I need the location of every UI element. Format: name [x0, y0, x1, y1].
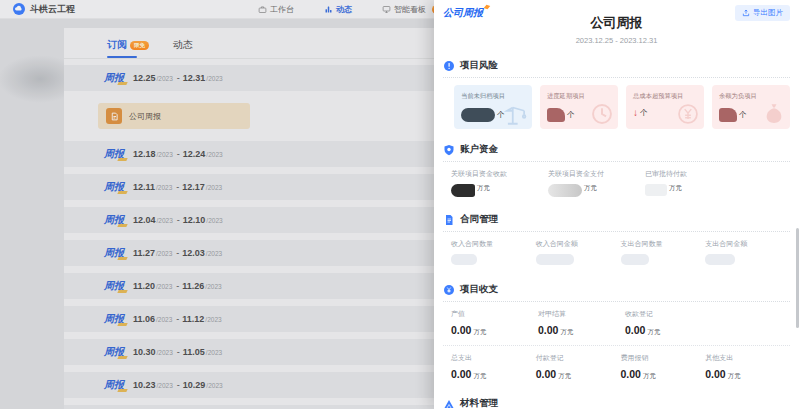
risk-alert-icon: [443, 60, 455, 72]
stat-label: 已审批待付款: [645, 169, 742, 179]
divider: [443, 231, 790, 232]
stat-unit: 万元: [584, 184, 597, 193]
company-weekly-card[interactable]: 公司周报: [98, 103, 250, 129]
weekly-report-stamp-icon: 周报: [104, 246, 124, 260]
risk-cards: 当前未归档项目 个 进度延期项目 个 总成本超预算项: [443, 85, 790, 129]
stat-expense-reimbursement: 费用报销 0.00万元: [621, 353, 706, 381]
weekly-report-stamp-icon: 周报: [104, 213, 124, 227]
date-start: 10.30: [133, 347, 156, 357]
date-end: 11.26: [182, 281, 204, 291]
date-end: 12.10: [183, 215, 206, 225]
stat-label: 总支出: [451, 353, 536, 363]
divider: [443, 161, 790, 162]
divider: [443, 345, 790, 346]
stat-income-contract-amount: 收入合同金额: [536, 239, 621, 265]
stat-unit: 万元: [473, 328, 486, 337]
date-start-year: /2023: [156, 250, 172, 257]
stat-party-a-settlement: 对甲结算 0.00万元: [538, 309, 625, 337]
pnl-row-2: 总支出 0.00万元 付款登记 0.00万元 费用报销 0.00万元 其他支出 …: [443, 353, 790, 381]
date-end-year: /2023: [206, 349, 222, 356]
redacted-value: [547, 108, 565, 122]
stat-unit: 万元: [643, 372, 656, 381]
funds-stats: 关联项目资金收款 万元 关联项目资金支付 万元 已审批待付款 万元: [443, 169, 790, 197]
stat-number: 0.00: [451, 368, 471, 380]
date-separator: -: [177, 149, 180, 159]
workbench-icon: [258, 5, 267, 14]
date-start: 11.06: [133, 314, 155, 324]
date-start-year: /2023: [157, 349, 173, 356]
weekly-report-logo: 公司周报: [443, 6, 483, 20]
date-end: 12.03: [182, 248, 205, 258]
section-material-management: 材料管理 采购订单数量 0个 采购订单金额 0.00万元 入库单金额 0.00万…: [443, 397, 790, 409]
redacted-value: [536, 254, 574, 265]
date-end: 12.17: [182, 182, 205, 192]
date-end-year: /2023: [206, 250, 222, 257]
nav-item-label: 智能看板: [394, 4, 426, 15]
risk-card-negative-balance: 余额为负项目 个: [712, 85, 790, 129]
date-end-year: /2023: [205, 316, 221, 323]
stat-number: 0.00: [536, 368, 556, 380]
tab-subscribe[interactable]: 订阅 限免: [107, 38, 149, 58]
stat-unit: 万元: [473, 372, 486, 381]
nav-item-workbench[interactable]: 工作台: [258, 4, 294, 15]
drawer-scrollbar[interactable]: [796, 228, 799, 328]
stat-number: 0.00: [621, 368, 641, 380]
brand-name: 斗栱云工程: [30, 3, 75, 16]
redacted-value: [621, 254, 649, 265]
redacted-value: [461, 108, 495, 122]
weekly-report-stamp-icon: 周报: [104, 378, 124, 392]
date-separator: -: [177, 347, 180, 357]
brand[interactable]: 斗栱云工程: [13, 3, 75, 16]
weekly-report-stamp-icon: 周报: [104, 71, 124, 85]
risk-unit: 个: [567, 110, 575, 120]
stat-approved-pending: 已审批待付款 万元: [645, 169, 742, 197]
divider: [443, 301, 790, 302]
date-end: 12.24: [183, 149, 206, 159]
drawer-header: 公司周报 导出图片 公司周报 2023.12.25 - 2023.12.31: [443, 0, 790, 45]
nav-items: 工作台 动态 智能看板 限免: [258, 0, 451, 19]
date-separator: -: [176, 182, 179, 192]
dashboard-icon: [382, 5, 391, 14]
stat-funds-paid: 关联项目资金支付 万元: [548, 169, 645, 197]
down-arrow-mark: ↓: [633, 108, 638, 118]
date-start: 12.18: [133, 149, 156, 159]
stat-label: 支出合同金额: [705, 239, 790, 249]
pnl-row-1: 产值 0.00万元 对甲结算 0.00万元 收款登记 0.00万元: [443, 309, 790, 337]
stat-label: 收入合同金额: [536, 239, 621, 249]
date-end-year: /2023: [206, 184, 222, 191]
tab-activity[interactable]: 动态: [173, 38, 193, 58]
section-title: 材料管理: [460, 397, 498, 409]
stat-label: 收款登记: [625, 309, 712, 319]
section-contract-management: 合同管理 收入合同数量 收入合同金额 支出合同数量: [443, 213, 790, 265]
stat-unit: 万元: [728, 372, 741, 381]
section-project-risk: 项目风险 当前未归档项目 个 进度延期项目 个: [443, 59, 790, 129]
divider: [443, 77, 790, 78]
tab-label: 动态: [173, 38, 193, 52]
weekly-report-stamp-icon: 周报: [104, 147, 124, 161]
stat-output-value: 产值 0.00万元: [451, 309, 538, 337]
date-start: 11.27: [133, 248, 155, 258]
stat-unit: 万元: [558, 372, 571, 381]
section-title: 账户资金: [460, 143, 498, 156]
date-start-year: /2023: [157, 75, 173, 82]
stat-number: 0.00: [538, 324, 558, 336]
section-title: 项目收支: [460, 283, 498, 296]
date-end-year: /2023: [206, 217, 222, 224]
yuan-circle-icon: [443, 284, 455, 296]
date-end: 12.31: [183, 73, 206, 83]
weekly-report-stamp-icon: 周报: [104, 312, 124, 326]
stat-label: 支出合同数量: [621, 239, 706, 249]
risk-unit: 个: [497, 110, 505, 120]
stat-number: 0.00: [705, 368, 725, 380]
material-pile-icon: [443, 398, 455, 409]
stat-label: 其他支出: [705, 353, 790, 363]
date-separator: -: [176, 314, 179, 324]
stat-unit: 万元: [477, 184, 490, 193]
nav-item-activity[interactable]: 动态: [324, 4, 352, 15]
export-label: 导出图片: [753, 8, 783, 18]
subscribe-badge: 限免: [130, 41, 149, 50]
redacted-value: [451, 184, 475, 197]
export-image-button[interactable]: 导出图片: [735, 5, 790, 21]
stat-number: 0.00: [625, 324, 645, 336]
risk-card-over-budget: 总成本超预算项目 ↓个: [626, 85, 704, 129]
